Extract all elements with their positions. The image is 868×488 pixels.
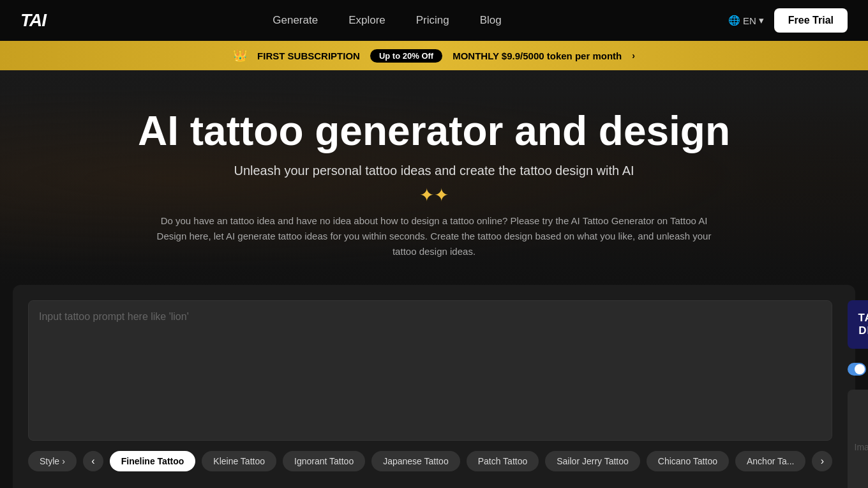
right-panel: TATTOO DESIGN Display Public Image is he… (848, 300, 868, 488)
generate-button[interactable]: TATTOO DESIGN (848, 300, 868, 349)
style-menu-button[interactable]: Style › (28, 451, 77, 471)
style-japanese-label: Japanese Tattoo (383, 456, 449, 466)
free-trial-button[interactable]: Free Trial (774, 8, 848, 33)
image-preview: Image is here (848, 390, 868, 488)
style-ignorant-label: Ignorant Tattoo (294, 456, 354, 466)
crown-icon: 👑 (233, 49, 247, 63)
prompt-area: Style › ‹ Fineline Tattoo Kleine Tattoo … (28, 300, 832, 471)
hero-content: AI tattoo generator and design Unleash y… (26, 109, 842, 259)
display-public-row: Display Public (848, 359, 868, 379)
chevron-down-icon: ▾ (759, 15, 764, 26)
prompt-input[interactable] (28, 300, 832, 441)
style-row: Style › ‹ Fineline Tattoo Kleine Tattoo … (28, 451, 832, 471)
nav-pricing[interactable]: Pricing (416, 14, 449, 27)
globe-icon: 🌐 (728, 15, 740, 26)
nav-explore[interactable]: Explore (348, 14, 385, 27)
nav-right: 🌐 EN ▾ Free Trial (728, 8, 848, 33)
image-placeholder-text: Image is here (855, 442, 868, 452)
promo-banner[interactable]: 👑 FIRST SUBSCRIPTION Up to 20% Off MONTH… (0, 41, 868, 70)
style-kleine-label: Kleine Tattoo (213, 456, 265, 466)
style-chicano[interactable]: Chicano Tattoo (647, 451, 729, 471)
style-next-button[interactable]: › (812, 451, 832, 471)
style-fineline[interactable]: Fineline Tattoo (110, 451, 196, 471)
hero-title: AI tattoo generator and design (26, 109, 842, 153)
style-sailor-jerry-label: Sailor Jerry Tattoo (557, 456, 629, 466)
style-anchor-label: Anchor Ta... (747, 456, 794, 466)
banner-prefix: FIRST SUBSCRIPTION (257, 50, 360, 61)
style-patch-label: Patch Tattoo (478, 456, 528, 466)
language-button[interactable]: 🌐 EN ▾ (728, 15, 764, 26)
nav-generate[interactable]: Generate (273, 14, 318, 27)
style-sailor-jerry[interactable]: Sailor Jerry Tattoo (545, 451, 640, 471)
sparkle-icon: ✦✦ (26, 185, 842, 206)
chevron-right-icon: › (62, 456, 65, 466)
brand-logo[interactable]: TAI (20, 10, 46, 31)
style-ignorant[interactable]: Ignorant Tattoo (283, 451, 365, 471)
style-patch[interactable]: Patch Tattoo (467, 451, 539, 471)
style-fineline-label: Fineline Tattoo (121, 456, 184, 466)
tool-section: Style › ‹ Fineline Tattoo Kleine Tattoo … (13, 285, 855, 488)
hero-section: AI tattoo generator and design Unleash y… (0, 70, 868, 285)
hero-subtitle: Unleash your personal tattoo ideas and c… (26, 164, 842, 178)
discount-badge: Up to 20% Off (370, 49, 442, 63)
banner-suffix: MONTHLY $9.9/5000 token per month (453, 50, 622, 61)
nav-blog[interactable]: Blog (480, 14, 502, 27)
nav-links: Generate Explore Pricing Blog (273, 14, 502, 27)
hero-description: Do you have an tattoo idea and have no i… (147, 213, 721, 259)
style-japanese[interactable]: Japanese Tattoo (371, 451, 460, 471)
lang-label: EN (743, 15, 756, 26)
style-label: Style (40, 456, 59, 466)
banner-chevron-icon: › (632, 50, 635, 61)
display-public-toggle[interactable] (848, 363, 865, 376)
navbar: TAI Generate Explore Pricing Blog 🌐 EN ▾… (0, 0, 868, 41)
style-chicano-label: Chicano Tattoo (658, 456, 717, 466)
style-kleine[interactable]: Kleine Tattoo (202, 451, 276, 471)
style-anchor[interactable]: Anchor Ta... (735, 451, 805, 471)
style-prev-button[interactable]: ‹ (83, 451, 103, 471)
